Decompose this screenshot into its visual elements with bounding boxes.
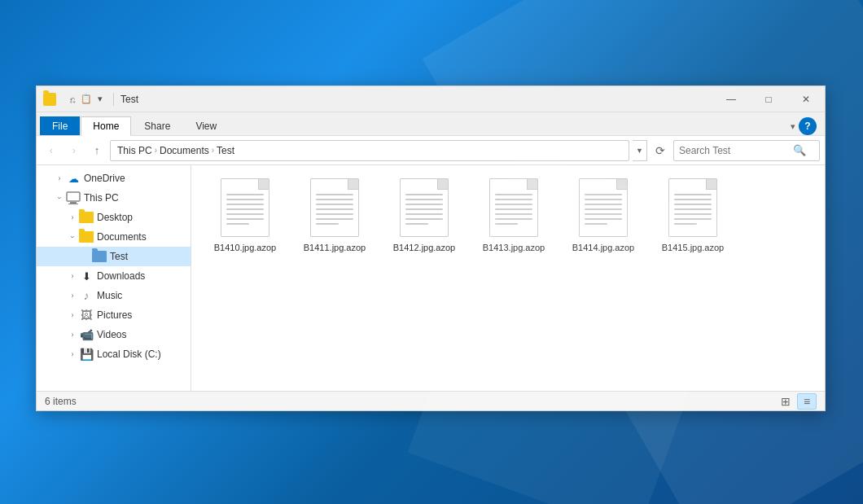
sidebar-item-desktop[interactable]: › Desktop	[37, 208, 191, 227]
file-icon-lines	[585, 194, 622, 228]
file-item[interactable]: B1415.jpg.azop	[652, 173, 734, 258]
qa-undo[interactable]: ⎌	[66, 93, 79, 106]
sidebar-label-onedrive: OneDrive	[84, 173, 125, 184]
address-path[interactable]: This PC › Documents › Test	[110, 140, 629, 161]
sidebar-item-test[interactable]: › Test	[37, 247, 191, 266]
file-item[interactable]: B1413.jpg.azop	[473, 173, 554, 258]
sidebar-label-test: Test	[110, 251, 128, 262]
list-view-button[interactable]: ≡	[797, 393, 817, 410]
ribbon-tabs: File Home Share View ▾ ?	[37, 112, 825, 135]
quick-access-toolbar: ⎌ 📋 ▾	[63, 93, 110, 106]
qa-properties[interactable]: 📋	[80, 93, 93, 106]
sidebar-item-downloads[interactable]: › ⬇ Downloads	[37, 266, 191, 286]
file-name: B1414.jpg.azop	[572, 242, 634, 253]
ribbon-expand-btn[interactable]: ▾	[791, 121, 795, 132]
grid-view-button[interactable]: ⊞	[776, 393, 795, 410]
path-sep-2: ›	[212, 146, 214, 155]
sidebar-label-localdisk: Local Disk (C:)	[97, 348, 161, 360]
refresh-button[interactable]: ⟳	[651, 141, 670, 160]
arrow-pictures: ›	[66, 309, 79, 322]
search-input[interactable]	[679, 145, 793, 156]
file-icon-lines	[316, 194, 353, 228]
window-title: Test	[117, 94, 712, 105]
sidebar-item-pictures[interactable]: › 🖼 Pictures	[37, 305, 191, 325]
search-icon[interactable]: 🔍	[793, 144, 806, 156]
pc-icon	[66, 191, 81, 205]
file-item[interactable]: B1410.jpg.azop	[204, 173, 286, 258]
file-name: B1410.jpg.azop	[214, 242, 276, 253]
file-name: B1411.jpg.azop	[304, 242, 366, 253]
downloads-icon: ⬇	[79, 269, 94, 283]
sidebar-item-localdisk[interactable]: › 💾 Local Disk (C:)	[37, 344, 191, 364]
forward-button[interactable]: ›	[64, 141, 84, 160]
main-content: › ☁ OneDrive › This PC ›	[37, 165, 825, 391]
minimize-button[interactable]: —	[712, 86, 750, 112]
file-area: B1410.jpg.azopB1411.jpg.azopB1412.jpg.az…	[191, 165, 825, 391]
file-icon-lines	[405, 194, 443, 228]
tab-home[interactable]: Home	[81, 116, 131, 136]
sidebar-label-music: Music	[97, 290, 122, 301]
documents-folder-icon	[79, 230, 94, 244]
path-this-pc[interactable]: This PC	[117, 145, 152, 156]
title-separator	[113, 93, 114, 106]
address-bar: ‹ › ↑ This PC › Documents › Test ▼ ⟳ 🔍	[37, 136, 825, 165]
qa-dropdown[interactable]: ▾	[94, 93, 107, 106]
explorer-window: ⎌ 📋 ▾ Test — □ ✕ File Home Share View ▾ …	[36, 85, 826, 411]
file-name: B1413.jpg.azop	[483, 242, 545, 253]
tab-share[interactable]: Share	[132, 116, 182, 135]
sidebar-item-videos[interactable]: › 📹 Videos	[37, 325, 191, 344]
file-icon	[579, 178, 628, 237]
disk-icon: 💾	[79, 347, 94, 362]
videos-icon: 📹	[79, 327, 94, 342]
file-icon	[668, 178, 717, 237]
file-icon	[221, 178, 269, 237]
arrow-documents: ›	[66, 230, 79, 243]
title-bar: ⎌ 📋 ▾ Test — □ ✕	[37, 86, 825, 112]
sidebar-label-documents: Documents	[97, 231, 147, 243]
file-item[interactable]: B1411.jpg.azop	[294, 173, 375, 258]
file-icon-lines	[226, 194, 264, 228]
file-item[interactable]: B1412.jpg.azop	[383, 173, 465, 258]
search-box[interactable]: 🔍	[673, 140, 820, 161]
file-item[interactable]: B1414.jpg.azop	[563, 173, 644, 258]
help-button[interactable]: ?	[799, 117, 817, 135]
pictures-icon: 🖼	[79, 308, 94, 322]
file-icon	[400, 178, 449, 237]
svg-rect-1	[70, 202, 77, 204]
arrow-downloads: ›	[66, 270, 79, 283]
maximize-button[interactable]: □	[750, 86, 787, 112]
status-bar: 6 items ⊞ ≡	[37, 391, 825, 410]
sidebar-item-music[interactable]: › ♪ Music	[37, 286, 191, 305]
file-name: B1415.jpg.azop	[662, 242, 724, 253]
sidebar-label-downloads: Downloads	[97, 270, 145, 282]
sidebar-label-thispc: This PC	[84, 192, 119, 204]
file-icon-lines	[495, 194, 532, 228]
title-icons	[37, 93, 63, 106]
arrow-desktop: ›	[66, 211, 79, 224]
tab-file[interactable]: File	[40, 116, 80, 135]
up-button[interactable]: ↑	[87, 141, 107, 160]
path-documents[interactable]: Documents	[160, 145, 209, 156]
address-dropdown-btn[interactable]: ▼	[633, 140, 647, 161]
tab-view[interactable]: View	[183, 116, 229, 135]
path-test[interactable]: Test	[217, 145, 234, 156]
desktop-folder-icon	[79, 210, 94, 225]
sidebar-label-desktop: Desktop	[97, 212, 133, 223]
sidebar-label-videos: Videos	[97, 329, 126, 340]
window-controls: — □ ✕	[712, 86, 825, 112]
arrow-onedrive: ›	[53, 172, 66, 185]
arrow-videos: ›	[66, 328, 79, 341]
ribbon: File Home Share View ▾ ?	[37, 112, 825, 136]
sidebar-item-thispc[interactable]: › This PC	[37, 188, 191, 208]
svg-rect-2	[68, 204, 78, 204]
sidebar-item-onedrive[interactable]: › ☁ OneDrive	[37, 169, 191, 188]
sidebar-item-documents[interactable]: › Documents	[37, 227, 191, 247]
back-button[interactable]: ‹	[42, 141, 61, 160]
path-sep-1: ›	[155, 146, 157, 155]
test-folder-icon	[92, 249, 107, 264]
item-count: 6 items	[45, 396, 77, 407]
view-buttons: ⊞ ≡	[776, 393, 817, 410]
close-button[interactable]: ✕	[787, 86, 825, 112]
arrow-music: ›	[66, 289, 79, 302]
sidebar: › ☁ OneDrive › This PC ›	[37, 165, 191, 391]
